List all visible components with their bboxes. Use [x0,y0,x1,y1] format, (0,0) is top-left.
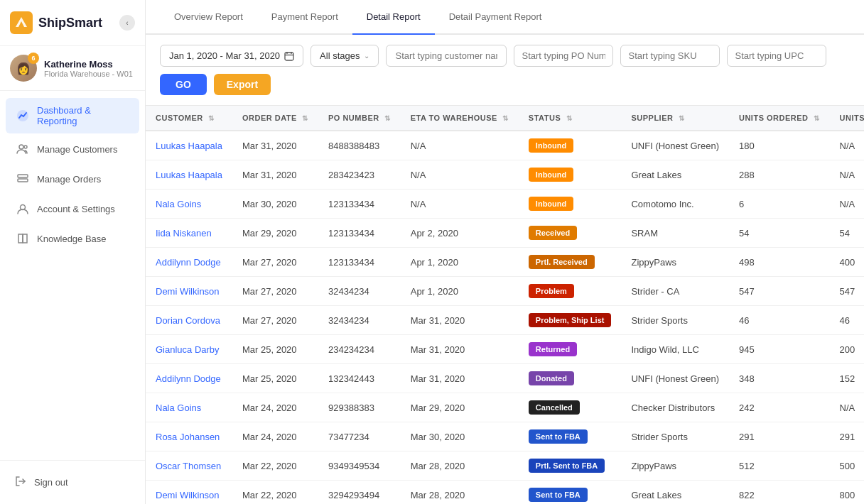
orders-icon [16,172,30,186]
cell-units-received: N/A [830,131,864,160]
detail-report-table: CUSTOMER ⇅ ORDER DATE ⇅ PO NUMBER ⇅ ETA … [146,106,864,504]
col-units-received[interactable]: UNITS RECEIVED ⇅ [830,106,864,131]
svg-point-5 [24,146,27,148]
cell-supplier: ZippyPaws [621,451,729,481]
main-content: Overview Report Payment Report Detail Re… [146,0,864,504]
tab-overview[interactable]: Overview Report [160,0,257,35]
table-row: Luukas Haapala Mar 31, 2020 8488388483 N… [146,131,864,160]
upc-input[interactable] [727,45,826,67]
user-name: Katherine Moss [44,59,135,70]
col-eta[interactable]: ETA TO WAREHOUSE ⇅ [401,106,519,131]
book-icon [16,231,30,246]
date-range-picker[interactable]: Jan 1, 2020 - Mar 31, 2020 [160,45,303,67]
table-row: Addilynn Dodge Mar 25, 2020 132342443 Ma… [146,364,864,393]
export-button[interactable]: Export [214,74,271,95]
cell-units-ordered: 822 [729,481,830,505]
cell-units-ordered: 46 [729,306,830,335]
sign-out-button[interactable]: Sign out [10,469,135,495]
cell-supplier: Comotomo Inc. [621,190,729,219]
cell-customer[interactable]: Nala Goins [146,393,232,422]
cell-supplier: Strider - CA [621,277,729,306]
cell-order-date: Mar 29, 2020 [232,219,318,248]
stage-filter[interactable]: All stages ⌄ [310,45,379,67]
col-order-date[interactable]: ORDER DATE ⇅ [232,106,318,131]
date-range-value: Jan 1, 2020 - Mar 31, 2020 [169,50,280,61]
cell-customer[interactable]: Demi Wilkinson [146,277,232,306]
col-status[interactable]: STATUS ⇅ [519,106,622,131]
sidebar-item-orders[interactable]: Manage Orders [6,165,139,193]
cell-customer[interactable]: Demi Wilkinson [146,481,232,505]
cell-order-date: Mar 24, 2020 [232,393,318,422]
cell-customer[interactable]: Nala Goins [146,190,232,219]
cell-units-ordered: 242 [729,393,830,422]
sidebar-item-customers[interactable]: Manage Customers [6,135,139,163]
cell-units-ordered: 288 [729,160,830,190]
cell-order-date: Mar 25, 2020 [232,335,318,364]
tab-detail-payment[interactable]: Detail Payment Report [435,0,556,35]
cell-units-ordered: 180 [729,131,830,160]
go-button[interactable]: GO [160,74,207,95]
cell-units-received: 500 [830,451,864,481]
col-po-number[interactable]: PO NUMBER ⇅ [318,106,401,131]
cell-units-ordered: 291 [729,422,830,451]
cell-eta: Mar 28, 2020 [401,451,519,481]
sidebar-item-account[interactable]: Account & Settings [6,195,139,223]
sidebar: ShipSmart ‹ 👩 6 Katherine Moss Florida W… [0,0,146,504]
col-units-ordered[interactable]: UNITS ORDERED ⇅ [729,106,830,131]
cell-customer[interactable]: Dorian Cordova [146,306,232,335]
cell-po-number: 32434234 [318,306,401,335]
customer-name-input[interactable] [386,45,507,67]
cell-customer[interactable]: Oscar Thomsen [146,451,232,481]
cell-customer[interactable]: Addilynn Dodge [146,364,232,393]
table-header-row: CUSTOMER ⇅ ORDER DATE ⇅ PO NUMBER ⇅ ETA … [146,106,864,131]
user-location: Florida Warehouse - W01 [44,70,135,78]
cell-order-date: Mar 27, 2020 [232,248,318,277]
cell-eta: N/A [401,131,519,160]
cell-supplier: Indigo Wild, LLC [621,335,729,364]
sidebar-item-dashboard[interactable]: Dashboard & Reporting [6,98,139,133]
notification-badge: 6 [28,53,39,64]
sidebar-footer: Sign out [0,460,145,504]
col-customer[interactable]: CUSTOMER ⇅ [146,106,232,131]
sidebar-item-account-label: Account & Settings [37,204,115,214]
signout-icon [14,475,27,490]
table-row: Nala Goins Mar 24, 2020 929388383 Mar 29… [146,393,864,422]
cell-status: Cancelled [519,393,622,422]
tab-payment[interactable]: Payment Report [257,0,352,35]
cell-customer[interactable]: Iida Niskanen [146,219,232,248]
cell-eta: N/A [401,160,519,190]
cell-po-number: 9349349534 [318,451,401,481]
tab-detail[interactable]: Detail Report [352,0,435,35]
po-number-input[interactable] [514,45,613,67]
col-supplier[interactable]: SUPPLIER ⇅ [621,106,729,131]
cell-units-ordered: 945 [729,335,830,364]
collapse-button[interactable]: ‹ [119,15,135,31]
stage-value: All stages [320,50,360,61]
sidebar-item-knowledge[interactable]: Knowledge Base [6,224,139,253]
cell-customer[interactable]: Addilynn Dodge [146,248,232,277]
sku-input[interactable] [620,45,720,67]
cell-units-ordered: 512 [729,451,830,481]
users-icon [16,142,30,156]
cell-order-date: Mar 27, 2020 [232,306,318,335]
filters-row: Jan 1, 2020 - Mar 31, 2020 All stages ⌄ … [146,35,864,106]
cell-po-number: 234234234 [318,335,401,364]
cell-order-date: Mar 31, 2020 [232,131,318,160]
cell-customer[interactable]: Gianluca Darby [146,335,232,364]
account-icon [16,202,30,216]
svg-rect-7 [18,179,28,182]
cell-customer[interactable]: Luukas Haapala [146,131,232,160]
cell-po-number: 8488388483 [318,131,401,160]
cell-status: Problem [519,277,622,306]
cell-status: Donated [519,364,622,393]
chart-icon [16,109,30,123]
table-row: Dorian Cordova Mar 27, 2020 32434234 Mar… [146,306,864,335]
svg-rect-6 [18,175,28,177]
cell-po-number: 123133434 [318,248,401,277]
cell-eta: N/A [401,190,519,219]
logo-icon [10,11,33,34]
cell-customer[interactable]: Rosa Johansen [146,422,232,451]
cell-customer[interactable]: Luukas Haapala [146,160,232,190]
cell-units-received: 54 [830,219,864,248]
cell-units-ordered: 348 [729,364,830,393]
